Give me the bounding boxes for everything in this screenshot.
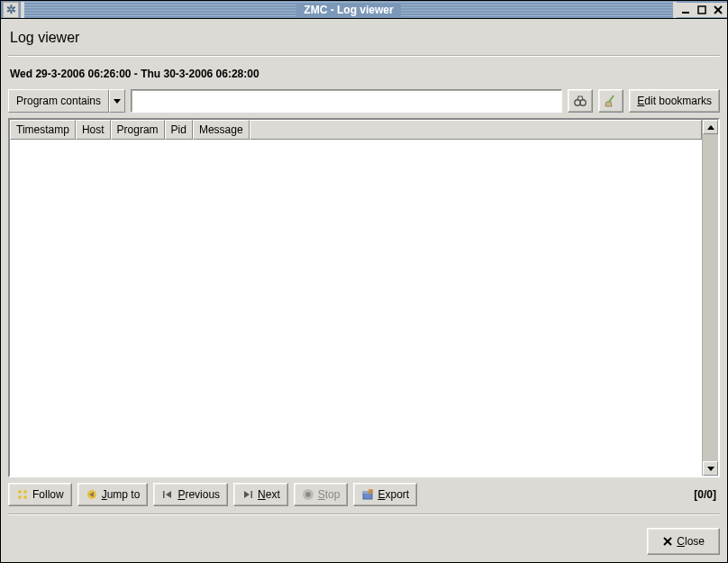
- log-table-area: Timestamp Host Program Pid Message: [10, 120, 702, 476]
- app-window: ✲ ZMC - Log viewer Log viewer Wed 29-3-2…: [0, 0, 728, 563]
- titlebar-drag[interactable]: ZMC - Log viewer: [24, 2, 673, 18]
- log-table: Timestamp Host Program Pid Message: [8, 118, 720, 477]
- window-content: Log viewer Wed 29-3-2006 06:26:00 - Thu …: [1, 19, 727, 562]
- follow-label: Follow: [32, 488, 64, 501]
- broom-icon: [604, 94, 618, 108]
- app-icon: ✲: [3, 2, 19, 18]
- record-counter: [0/0]: [694, 488, 720, 501]
- next-icon: [241, 488, 254, 501]
- jump-to-button[interactable]: Jump to: [77, 483, 149, 506]
- previous-button[interactable]: Previous: [153, 483, 228, 506]
- svg-rect-13: [251, 491, 253, 498]
- date-range: Wed 29-3-2006 06:26:00 - Thu 30-3-2006 0…: [8, 64, 720, 84]
- scroll-down-button[interactable]: [703, 461, 718, 476]
- svg-rect-1: [698, 6, 705, 14]
- scroll-track[interactable]: [703, 134, 718, 461]
- maximize-button[interactable]: [695, 3, 709, 17]
- svg-rect-12: [163, 491, 165, 498]
- column-header-timestamp[interactable]: Timestamp: [10, 120, 76, 140]
- follow-icon: [16, 488, 29, 501]
- jump-to-icon: [86, 488, 98, 501]
- column-header-pid[interactable]: Pid: [165, 120, 193, 140]
- export-button[interactable]: Export: [353, 483, 417, 506]
- stop-icon: [302, 488, 314, 501]
- minimize-icon: [681, 5, 690, 14]
- bottom-toolbar: Follow Jump to Previous: [8, 483, 720, 506]
- svg-point-10: [23, 495, 27, 499]
- edit-bookmarks-button[interactable]: Edit bookmarks: [629, 89, 720, 113]
- filter-mode-label: Program contains: [8, 89, 109, 113]
- close-window-button[interactable]: [711, 3, 725, 17]
- clear-filter-button[interactable]: [598, 89, 623, 113]
- arrow-down-icon: [707, 467, 714, 471]
- previous-icon: [161, 488, 174, 501]
- vertical-scrollbar[interactable]: [702, 120, 718, 476]
- column-header-spacer: [250, 120, 702, 140]
- separator-bottom: [8, 513, 720, 515]
- filter-toolbar: Program contains Edit b: [8, 89, 720, 113]
- column-header-program[interactable]: Program: [111, 120, 165, 140]
- next-button[interactable]: Next: [233, 483, 288, 506]
- close-button[interactable]: Close: [647, 528, 720, 555]
- table-header: Timestamp Host Program Pid Message: [10, 120, 702, 140]
- export-icon: [361, 488, 374, 501]
- svg-point-7: [18, 490, 22, 494]
- window-title: ZMC - Log viewer: [296, 4, 400, 16]
- svg-line-6: [609, 95, 614, 102]
- svg-rect-0: [682, 12, 689, 14]
- separator: [8, 55, 720, 57]
- close-x-icon: [662, 536, 673, 547]
- binoculars-icon: [573, 94, 587, 108]
- column-header-message[interactable]: Message: [193, 120, 250, 140]
- svg-point-8: [23, 490, 27, 494]
- chevron-down-icon: [114, 99, 121, 104]
- follow-button[interactable]: Follow: [8, 483, 72, 506]
- scroll-up-button[interactable]: [703, 120, 718, 134]
- search-button[interactable]: [568, 89, 593, 113]
- svg-rect-15: [305, 493, 310, 497]
- svg-point-9: [18, 495, 22, 499]
- minimize-button[interactable]: [678, 3, 693, 17]
- titlebar[interactable]: ✲ ZMC - Log viewer: [1, 1, 727, 19]
- stop-button[interactable]: Stop: [294, 483, 349, 506]
- dialog-footer: Close: [8, 522, 720, 555]
- arrow-up-icon: [707, 125, 714, 130]
- page-title: Log viewer: [8, 24, 720, 48]
- maximize-icon: [697, 5, 706, 14]
- close-icon: [714, 5, 723, 14]
- column-header-host[interactable]: Host: [76, 120, 111, 140]
- filter-mode-dropdown-button[interactable]: [109, 89, 125, 113]
- filter-input[interactable]: [131, 89, 562, 113]
- filter-mode-combo[interactable]: Program contains: [8, 89, 125, 113]
- table-body[interactable]: [10, 140, 702, 476]
